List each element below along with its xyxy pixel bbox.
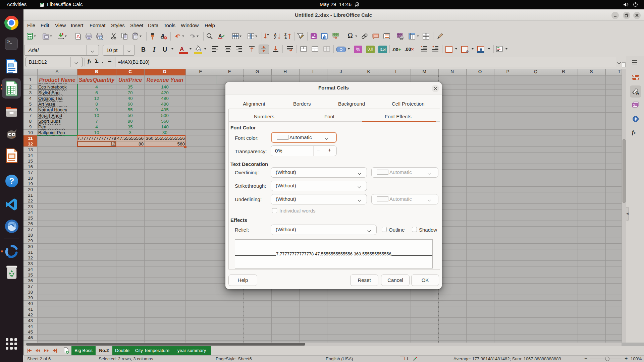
svg-text:A: A: [284, 36, 287, 40]
svg-text:A: A: [636, 90, 639, 95]
svg-text:Z: Z: [274, 36, 276, 40]
svg-text:A: A: [218, 33, 222, 39]
